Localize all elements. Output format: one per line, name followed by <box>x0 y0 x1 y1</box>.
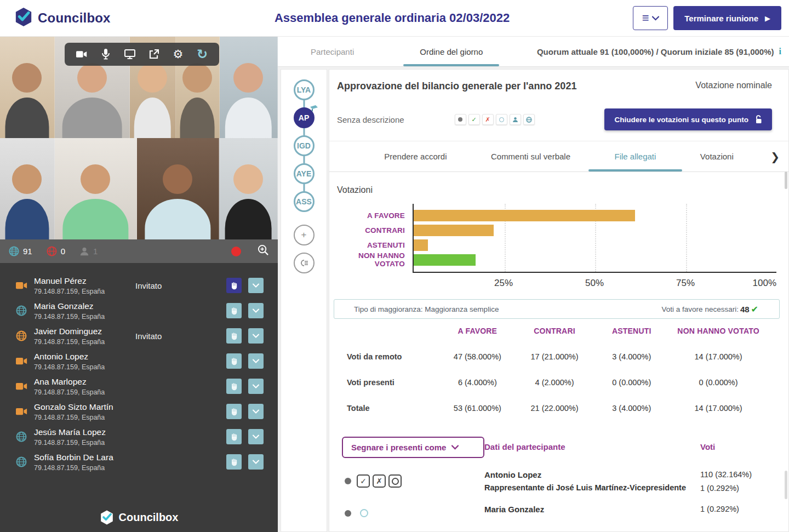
raise-hand-button[interactable] <box>226 353 242 369</box>
close-voting-button[interactable]: Chiudere le votazioni su questo punto <box>604 108 772 130</box>
participant-data-column: Dati del partecipante <box>484 437 700 451</box>
tick-100: 100% <box>753 278 776 289</box>
participant-menu-button[interactable] <box>248 404 264 419</box>
video-tile <box>0 138 55 239</box>
offline-count: 0 <box>47 246 65 256</box>
agenda-subtabs: Prendere accordi Commenti sul verbale Fi… <box>329 141 788 172</box>
raise-hand-button[interactable] <box>226 379 242 394</box>
cell: 4 (2.000%) <box>516 378 593 387</box>
participant-menu-button[interactable] <box>248 328 264 344</box>
participant-menu-button[interactable] <box>248 429 264 444</box>
add-agenda-point-button[interactable]: + <box>294 225 315 245</box>
abstain-circle-icon[interactable] <box>496 114 507 125</box>
tab-partecipanti[interactable]: Partecipanti <box>304 37 361 66</box>
status-dot-icon <box>345 478 351 484</box>
check-icon: ✔ <box>751 304 758 314</box>
subtab-votazioni[interactable]: Votazioni <box>700 141 734 171</box>
approve-check-icon[interactable]: ✓ <box>468 114 480 125</box>
person-icon[interactable] <box>510 114 521 125</box>
step-label: IGD <box>297 141 311 150</box>
more-tabs-chevron[interactable]: ❯ <box>770 150 780 163</box>
info-icon[interactable]: i <box>779 47 781 56</box>
participant-row: Javier Dominguez79.148.87.159, España In… <box>0 323 278 348</box>
globe-icon[interactable] <box>523 114 535 125</box>
agenda-step-ass[interactable]: ASS <box>294 191 315 212</box>
participant-ip: 79.148.87.159, España <box>34 464 135 472</box>
row-label: Voti presenti <box>347 378 439 387</box>
vote-type-label: Votazione nominale <box>695 81 772 90</box>
raise-hand-button[interactable] <box>226 278 242 293</box>
agenda-step-lya[interactable]: LYA <box>294 79 315 100</box>
raise-hand-button[interactable] <box>226 328 242 344</box>
settings-gear-icon[interactable]: ⚙ <box>171 47 185 61</box>
subtab-prendere-accordi[interactable]: Prendere accordi <box>384 141 447 171</box>
participant-name: Ana Marlopez <box>34 377 135 387</box>
participant-status: Invitato <box>135 281 226 290</box>
zoom-in-icon[interactable] <box>258 244 269 258</box>
reject-x-icon[interactable]: ✗ <box>482 114 494 125</box>
open-external-icon[interactable] <box>147 47 161 61</box>
other-count-value: 1 <box>93 247 98 256</box>
agenda-step-igd[interactable]: IGD <box>294 135 315 156</box>
vote-action-icons: ✓ ✗ <box>342 470 484 488</box>
meeting-title: Assemblea generale ordinaria 02/03/2022 <box>151 11 633 25</box>
voter-votes: 1 (0.292%) <box>700 505 788 513</box>
agenda-list-button[interactable] <box>294 253 315 273</box>
raise-hand-button[interactable] <box>226 303 242 318</box>
vote-yes-checkbox[interactable]: ✓ <box>357 474 370 488</box>
voter-name: Maria Gonzalez <box>484 505 700 514</box>
subtab-commenti-sul-verbale[interactable]: Commenti sul verbale <box>491 141 570 171</box>
voter-name: Antonio Lopez <box>484 470 700 479</box>
participant-menu-button[interactable] <box>248 379 264 394</box>
cell: 0 (0.000%) <box>670 378 767 387</box>
subtab-file-allegati[interactable]: File allegati <box>615 141 656 171</box>
tick-25: 25% <box>494 278 513 289</box>
participant-name: Sofía Borbin De Lara <box>34 453 135 462</box>
chevron-down-icon <box>451 445 459 450</box>
step-label: AYE <box>296 169 312 178</box>
menu-button[interactable]: ≡ <box>633 6 668 30</box>
chevron-down-icon <box>652 16 659 21</box>
bar-label: CONTRARI <box>337 226 405 235</box>
microphone-icon[interactable] <box>99 47 113 61</box>
globe-icon <box>9 431 34 442</box>
agenda-step-ap-active[interactable]: AP <box>294 107 315 128</box>
refresh-icon[interactable]: ↻ <box>195 47 209 61</box>
vote-action-icons <box>342 505 484 517</box>
flag-icon <box>310 105 318 113</box>
scrollbar-thumb[interactable] <box>785 471 787 499</box>
cell: 14 (17.000%) <box>670 404 767 413</box>
raise-hand-button[interactable] <box>226 454 242 470</box>
hamburger-icon: ≡ <box>642 12 649 24</box>
row-label: Voti da remoto <box>347 352 439 361</box>
end-meeting-button[interactable]: Terminare riunione ▶ <box>673 6 781 30</box>
record-indicator[interactable] <box>231 247 241 256</box>
footer-brand-name: Councilbox <box>119 511 179 524</box>
agenda-step-aye[interactable]: AYE <box>294 163 315 184</box>
other-count: 1 <box>79 247 98 256</box>
vote-abstain-checkbox[interactable] <box>388 474 402 488</box>
mark-present-as-button[interactable]: Segnare i presenti come <box>342 437 484 458</box>
person-icon <box>79 247 89 256</box>
tab-ordine-del-giorno[interactable]: Ordine del giorno <box>413 37 489 66</box>
participant-menu-button[interactable] <box>248 454 264 470</box>
participant-menu-button[interactable] <box>248 303 264 318</box>
scrollbar-thumb[interactable] <box>785 171 787 189</box>
screen-share-icon[interactable] <box>123 47 137 61</box>
participant-row: Gonzalo Sizto Martín79.148.87.159, Españ… <box>0 399 278 424</box>
participant-name: Javier Dominguez <box>34 327 135 336</box>
vote-no-checkbox[interactable]: ✗ <box>373 474 386 488</box>
camera-toggle-icon[interactable] <box>75 47 89 61</box>
globe-offline-icon <box>47 246 57 256</box>
pending-dot-icon[interactable] <box>455 114 466 125</box>
participant-row: Maria Gonzalez79.148.87.159, España <box>0 298 278 323</box>
raise-hand-button[interactable] <box>226 429 242 444</box>
camera-icon <box>9 408 34 415</box>
participant-menu-button[interactable] <box>248 278 264 293</box>
offline-count-value: 0 <box>61 247 65 256</box>
participant-menu-button[interactable] <box>248 353 264 369</box>
raise-hand-button[interactable] <box>226 404 242 419</box>
votes-needed-label: Voti a favore necessari: <box>662 305 739 313</box>
results-table: A FAVORE CONTRARI ASTENUTI NON HANNO VOT… <box>329 327 788 413</box>
cell: 17 (21.000%) <box>516 352 593 361</box>
